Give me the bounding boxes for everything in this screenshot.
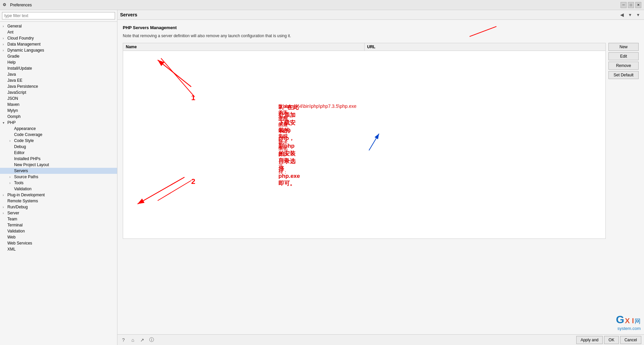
app-icon: ⚙ <box>3 2 8 8</box>
table-body <box>123 51 605 238</box>
sidebar-item-help[interactable]: Help <box>0 59 117 65</box>
close-button[interactable]: ✕ <box>635 2 641 8</box>
sidebar-item-appearance[interactable]: Appearance <box>0 126 117 132</box>
minimize-button[interactable]: ─ <box>621 2 627 8</box>
title-bar-left: ⚙ Preferences <box>3 2 32 8</box>
table-col-url-header: URL <box>365 43 606 51</box>
annotation-label-2: 2 <box>191 177 195 186</box>
watermark-xi: X I <box>625 317 634 325</box>
sidebar-item-gradle[interactable]: Gradle <box>0 53 117 59</box>
main-container: ›General Ant ›Cloud Foundry ›Data Manage… <box>0 10 644 345</box>
info-icon[interactable]: ⓘ <box>148 337 155 343</box>
cancel-button[interactable]: Cancel <box>620 336 641 344</box>
bottom-right-buttons: Apply and OK Cancel <box>576 336 641 344</box>
sidebar-item-maven[interactable]: Maven <box>0 101 117 108</box>
sidebar-item-run-debug[interactable]: ›Run/Debug <box>0 204 117 210</box>
tree-container: ›General Ant ›Cloud Foundry ›Data Manage… <box>0 22 117 345</box>
annotation-label-1: 1 <box>191 93 195 102</box>
sidebar-item-web-services[interactable]: Web Services <box>0 240 117 246</box>
sidebar-item-server[interactable]: ›Server <box>0 210 117 216</box>
table-buttons-row: Name URL New Edit Remove Set Default <box>123 43 639 239</box>
sidebar-item-code-coverage[interactable]: Code Coverage <box>0 132 117 138</box>
sidebar-item-install-update[interactable]: Install/Update <box>0 65 117 71</box>
sidebar-item-xml[interactable]: XML <box>0 246 117 252</box>
apply-and-close-button[interactable]: Apply and <box>576 336 603 344</box>
table-col-name-header: Name <box>123 43 365 51</box>
title-bar-controls: ─ □ ✕ <box>621 2 641 8</box>
edit-button[interactable]: Edit <box>608 52 639 60</box>
set-default-button[interactable]: Set Default <box>608 71 639 79</box>
sidebar-item-java-ee[interactable]: Java EE <box>0 77 117 83</box>
sidebar-item-dynamic-languages[interactable]: ›Dynamic Languages <box>0 47 117 53</box>
bottom-bar: ? ⌂ ↗ ⓘ Apply and OK Cancel <box>117 334 644 345</box>
content-body: PHP Servers Management Note that removin… <box>117 20 644 334</box>
sidebar-item-ant[interactable]: Ant <box>0 29 117 35</box>
sidebar: ›General Ant ›Cloud Foundry ›Data Manage… <box>0 10 117 345</box>
sidebar-item-oomph[interactable]: Oomph <box>0 114 117 120</box>
filter-box <box>0 10 117 22</box>
sidebar-item-web[interactable]: Web <box>0 234 117 240</box>
sidebar-item-team[interactable]: Team <box>0 216 117 222</box>
annotation-note-choice: （php的版本根据自己的实际需求来选择） <box>278 104 291 158</box>
watermark-net: 网 <box>635 317 641 325</box>
menu-button[interactable]: ▾ <box>635 11 641 18</box>
back-button[interactable]: ◀ <box>619 11 625 18</box>
table-container: Name URL <box>123 43 606 239</box>
title-bar-title: Preferences <box>10 3 32 7</box>
sidebar-item-json[interactable]: JSON <box>0 95 117 101</box>
sidebar-item-servers[interactable]: Servers <box>0 168 117 174</box>
sidebar-item-cloud-foundry[interactable]: ›Cloud Foundry <box>0 35 117 41</box>
section-title: PHP Servers Management <box>123 25 639 30</box>
sidebar-item-installed-phps[interactable]: Installed PHPs <box>0 156 117 162</box>
sidebar-item-javascript[interactable]: JavaScript <box>0 89 117 95</box>
title-bar: ⚙ Preferences ─ □ ✕ <box>0 0 644 10</box>
export-icon[interactable]: ↗ <box>139 337 146 343</box>
sidebar-item-plugin-development[interactable]: ›Plug-in Development <box>0 192 117 198</box>
content-toolbar: Servers ◀ ▾ ▾ <box>117 10 644 20</box>
sidebar-item-source-paths[interactable]: ›Source Paths <box>0 174 117 180</box>
home-icon[interactable]: ⌂ <box>129 337 136 343</box>
watermark-g: G <box>616 314 624 326</box>
forward-button[interactable]: ▾ <box>627 11 633 18</box>
action-buttons: New Edit Remove Set Default <box>606 43 639 239</box>
maximize-button[interactable]: □ <box>628 2 634 8</box>
watermark-sub: system.com <box>618 326 641 331</box>
filter-input[interactable] <box>2 12 115 19</box>
sidebar-item-debug[interactable]: Debug <box>0 144 117 150</box>
sidebar-item-general[interactable]: ›General <box>0 23 117 29</box>
sidebar-item-data-management[interactable]: ›Data Management <box>0 41 117 47</box>
sidebar-item-code-style[interactable]: ›Code Style <box>0 138 117 144</box>
sidebar-item-terminal[interactable]: Terminal <box>0 222 117 228</box>
content-title: Servers <box>120 12 137 17</box>
sidebar-item-tools[interactable]: ›Tools <box>0 180 117 186</box>
table-header: Name URL <box>123 43 605 51</box>
sidebar-item-java-persistence[interactable]: Java Persistence <box>0 83 117 89</box>
sidebar-item-validation2[interactable]: Validation <box>0 228 117 234</box>
watermark: G X I 网 system.com <box>616 314 641 331</box>
sidebar-item-validation[interactable]: Validation <box>0 186 117 192</box>
sidebar-item-editor[interactable]: Editor <box>0 150 117 156</box>
remove-button[interactable]: Remove <box>608 62 639 70</box>
sidebar-item-java[interactable]: Java <box>0 71 117 77</box>
note-text: Note that removing a server definition w… <box>123 33 639 38</box>
sidebar-item-remote-systems[interactable]: Remote Systems <box>0 198 117 204</box>
new-button[interactable]: New <box>608 43 639 51</box>
sidebar-item-php[interactable]: ▾PHP <box>0 120 117 126</box>
content-area: Servers ◀ ▾ ▾ PHP Servers Management Not… <box>117 10 644 345</box>
sidebar-item-new-project-layout[interactable]: New Project Layout <box>0 162 117 168</box>
bottom-left-icons: ? ⌂ ↗ ⓘ <box>120 337 155 343</box>
ok-button[interactable]: OK <box>604 336 619 344</box>
toolbar-icons: ◀ ▾ ▾ <box>619 11 641 18</box>
question-icon[interactable]: ? <box>120 337 127 343</box>
sidebar-item-mylyn[interactable]: Mylyn <box>0 108 117 114</box>
